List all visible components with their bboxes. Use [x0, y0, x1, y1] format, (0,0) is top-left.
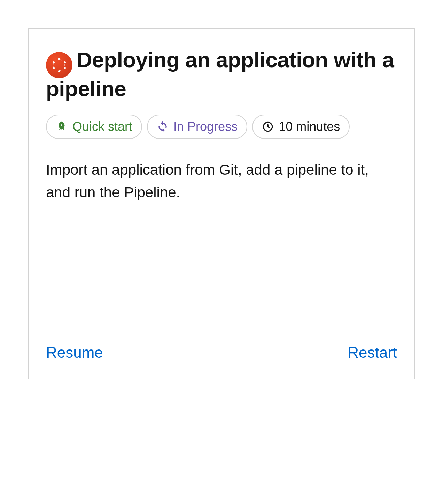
resume-button[interactable]: Resume: [46, 344, 103, 361]
clock-icon: [262, 121, 274, 133]
duration-badge: 10 minutes: [252, 115, 350, 139]
card-footer: Resume Restart: [46, 344, 397, 361]
card-description: Import an application from Git, add a pi…: [46, 158, 397, 344]
quickstart-card: Deploying an application with a pipeline…: [28, 28, 415, 379]
card-title: Deploying an application with a pipeline: [46, 46, 397, 103]
card-title-text: Deploying an application with a pipeline: [46, 48, 394, 101]
badge-row: Quick start In Progress 10 minutes: [46, 115, 397, 139]
pipeline-app-icon: [46, 52, 72, 78]
sync-icon: [157, 121, 169, 133]
quick-start-badge: Quick start: [46, 115, 142, 139]
rocket-icon: [56, 121, 68, 133]
card-header: Deploying an application with a pipeline: [46, 46, 397, 103]
in-progress-badge: In Progress: [147, 115, 247, 139]
restart-button[interactable]: Restart: [348, 344, 397, 361]
in-progress-label: In Progress: [173, 119, 238, 134]
quick-start-label: Quick start: [72, 119, 132, 134]
duration-label: 10 minutes: [279, 119, 340, 134]
